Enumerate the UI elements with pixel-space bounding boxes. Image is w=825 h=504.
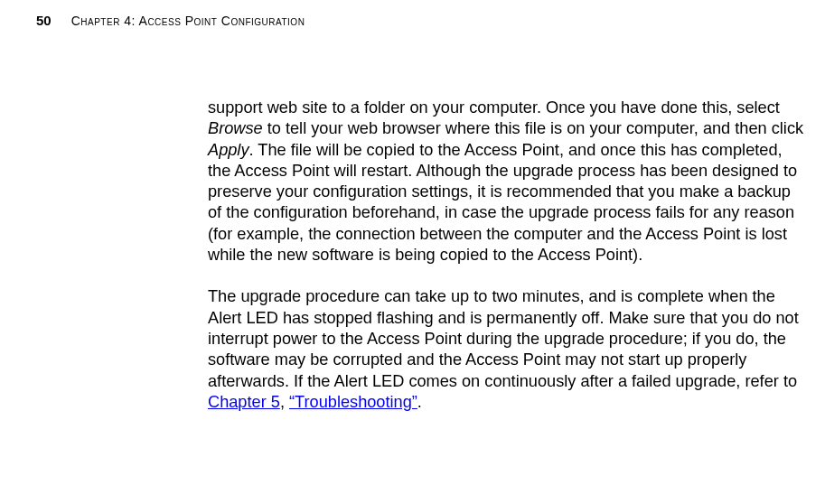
page-header: 50 Chapter 4: Access Point Configuration bbox=[36, 13, 789, 28]
body-content: support web site to a folder on your com… bbox=[208, 98, 804, 434]
text-run: The upgrade procedure can take up to two… bbox=[208, 287, 799, 389]
text-run: . bbox=[417, 393, 422, 411]
italic-browse: Browse bbox=[208, 119, 263, 137]
text-run: to tell your web browser where this file… bbox=[263, 119, 803, 137]
text-run: . The file will be copied to the Access … bbox=[208, 141, 797, 264]
link-troubleshooting[interactable]: “Troubleshooting” bbox=[289, 393, 417, 411]
link-chapter-5[interactable]: Chapter 5 bbox=[208, 393, 280, 411]
page-number: 50 bbox=[36, 13, 52, 28]
text-run: , bbox=[280, 393, 289, 411]
paragraph-2: The upgrade procedure can take up to two… bbox=[208, 286, 804, 413]
paragraph-1: support web site to a folder on your com… bbox=[208, 98, 804, 266]
chapter-title: Chapter 4: Access Point Configuration bbox=[71, 14, 305, 28]
text-run: support web site to a folder on your com… bbox=[208, 98, 780, 117]
italic-apply: Apply bbox=[208, 141, 249, 159]
